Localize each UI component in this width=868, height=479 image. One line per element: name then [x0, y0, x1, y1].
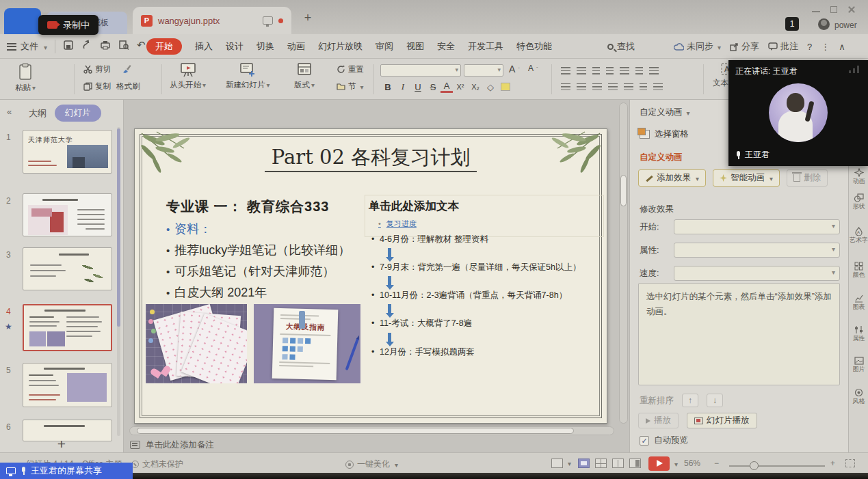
sidebar-item-picture[interactable]: 图片 [849, 357, 868, 372]
align-left-icon[interactable] [561, 83, 570, 91]
speed-dropdown[interactable] [674, 266, 840, 281]
zoom-out-button[interactable]: − [714, 459, 719, 468]
slide-thumbnail-1[interactable]: 1 天津师范大学 [0, 130, 124, 175]
tab-devtools[interactable]: 开发工具 [468, 40, 503, 53]
file-menu[interactable]: 文件 [7, 40, 47, 53]
tab-document[interactable]: P wangyajun.pptx [133, 7, 291, 34]
more-menu-button[interactable]: ⋮ [821, 42, 830, 52]
increase-font-button[interactable]: Aˆ [509, 64, 520, 74]
wps-home-tab[interactable] [4, 8, 41, 34]
minimize-button[interactable] [812, 5, 820, 14]
highlight-button[interactable] [501, 83, 510, 91]
align-center-icon[interactable] [577, 83, 586, 91]
slide-thumbnail-4-selected[interactable]: 4 ★ [0, 304, 124, 353]
collapse-panel-button[interactable]: « [7, 107, 12, 117]
superscript-button[interactable]: X² [453, 83, 468, 91]
decrease-font-button[interactable]: Aˇ [528, 64, 538, 73]
section-button[interactable]: 节 [337, 81, 364, 92]
tab-security[interactable]: 安全 [437, 40, 455, 53]
justify-icon[interactable] [608, 83, 618, 91]
start-dropdown[interactable] [674, 219, 840, 234]
underline-button[interactable]: U [410, 82, 425, 92]
tab-view[interactable]: 视图 [406, 40, 424, 53]
add-effect-button[interactable]: 添加效果 [638, 169, 706, 187]
sidebar-item-animation[interactable]: 动画 [849, 168, 868, 184]
slide-right-column[interactable]: 单击此处添加文本 复习进度 4-6月份：理解教材 整理资料 7-9月末：背完第一… [369, 199, 597, 358]
comment-button[interactable]: 批注 [768, 40, 798, 53]
align-right-icon[interactable] [592, 83, 602, 91]
tab-insert[interactable]: 插入 [195, 40, 213, 53]
italic-button[interactable]: I [395, 81, 410, 92]
collapse-ribbon-button[interactable]: ∧ [839, 42, 845, 52]
add-slide-button[interactable]: + [53, 436, 70, 452]
copy-button[interactable]: 复制 [83, 81, 111, 92]
subscript-button[interactable]: X₂ [468, 83, 483, 91]
presenter-view-button[interactable] [629, 459, 641, 468]
notes-bar[interactable]: 单击此处添加备注 [124, 437, 629, 452]
pane-title-dropdown[interactable]: 自定义动画 [640, 107, 690, 118]
sidebar-item-shapes[interactable]: 形状 [849, 193, 868, 210]
move-up-button[interactable]: ↑ [682, 394, 698, 407]
sidebar-item-properties[interactable]: 属性 [849, 325, 868, 342]
vertical-scrollbar-thumb[interactable] [620, 175, 627, 206]
columns-icon[interactable] [649, 67, 659, 74]
vertical-scrollbar[interactable] [619, 102, 628, 424]
selection-pane-button[interactable]: 选择窗格 [640, 128, 689, 140]
notification-badge[interactable]: 1 [785, 17, 799, 31]
search[interactable]: 查找 [607, 40, 635, 53]
beautify-button[interactable]: 一键美化 [345, 459, 398, 470]
video-call-overlay[interactable]: 正在讲话: 王亚君 王亚君 [728, 60, 868, 166]
slide-left-column[interactable]: 专业课 一： 教育综合333 资料： 推荐lucky学姐笔记（比较详细） 可乐姐… [166, 197, 371, 301]
sync-status[interactable]: 未同步 [674, 40, 721, 53]
tab-animation[interactable]: 动画 [287, 40, 305, 53]
indent-increase-icon[interactable] [606, 67, 614, 74]
user-avatar[interactable] [818, 18, 830, 30]
property-dropdown[interactable] [674, 243, 840, 258]
new-slide-button[interactable]: 新建幻灯片 [226, 62, 270, 90]
zoom-slider-knob[interactable] [750, 461, 759, 470]
font-size-combo[interactable] [464, 64, 503, 77]
share-button[interactable]: 分享 [730, 40, 759, 53]
slide-editor[interactable]: Part 02 各科复习计划 专业课 一： 教育综合333 资料： 推荐luck… [134, 128, 607, 424]
numbering-icon[interactable] [577, 67, 586, 74]
layout-button[interactable]: 版式 [294, 62, 315, 90]
zoom-in-button[interactable]: + [830, 459, 835, 468]
export-icon[interactable] [81, 40, 92, 51]
print-icon[interactable] [100, 40, 111, 51]
sidebar-item-wordart[interactable]: A 艺术字 [849, 227, 868, 243]
auto-preview-row[interactable]: ✓ 自动预览 [640, 435, 688, 446]
horizontal-scrollbar-thumb[interactable] [137, 428, 574, 434]
slide-thumbnail-2[interactable]: 2 [0, 193, 124, 238]
annotation-tool[interactable] [551, 459, 571, 468]
paste-button[interactable]: 粘贴 [15, 63, 36, 93]
tab-home[interactable]: 开始 [146, 38, 182, 55]
line-spacing-icon[interactable] [620, 67, 629, 74]
zoom-slider-track[interactable] [729, 465, 825, 467]
play-from-start-button[interactable]: 从头开始 [170, 62, 206, 90]
play-button[interactable]: 播放 [638, 413, 679, 428]
slide-thumbnail-5[interactable]: 5 [0, 363, 124, 409]
reading-view-button[interactable] [612, 459, 624, 468]
new-tab-button[interactable]: + [300, 11, 316, 25]
tab-special-features[interactable]: 特色功能 [516, 40, 552, 53]
close-button[interactable] [847, 5, 856, 14]
smart-animation-button[interactable]: 智能动画 [713, 169, 780, 187]
tab-design[interactable]: 设计 [226, 40, 244, 53]
slide-title[interactable]: Part 02 各科复习计划 [135, 144, 607, 172]
indent-decrease-icon[interactable] [592, 67, 600, 74]
sidebar-item-colors[interactable]: 颜色 [849, 262, 868, 278]
panel-scrollbar-thumb[interactable] [117, 128, 120, 327]
play-slideshow-button[interactable] [648, 456, 670, 471]
outline-guide-photo[interactable]: 大纲及指南 [254, 304, 360, 383]
delete-effect-button[interactable]: 删除 [787, 169, 828, 187]
horizontal-scrollbar[interactable] [129, 426, 614, 435]
move-down-button[interactable]: ↓ [707, 394, 723, 407]
save-icon[interactable] [63, 40, 74, 51]
format-painter-button[interactable]: 格式刷 [116, 81, 140, 92]
tab-transition[interactable]: 切换 [257, 40, 274, 53]
sidebar-item-chart[interactable]: 图表 [849, 294, 868, 310]
tab-review[interactable]: 审阅 [376, 40, 393, 53]
checkbox-checked-icon[interactable]: ✓ [640, 436, 649, 446]
protection-status[interactable]: 文档未保护 [131, 459, 183, 470]
slide-sorter-view-button[interactable] [595, 459, 607, 468]
